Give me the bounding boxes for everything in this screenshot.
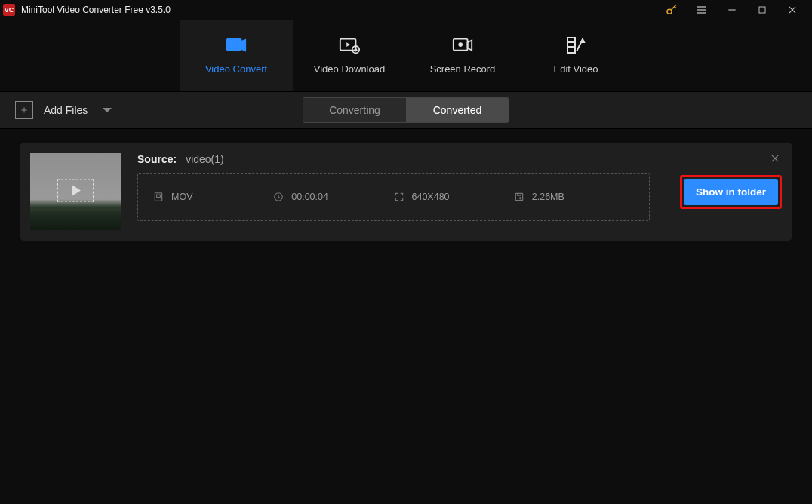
status-segmented-control: Converting Converted (303, 97, 509, 123)
source-label: Source: (137, 153, 177, 165)
tab-label: Edit Video (553, 63, 598, 75)
record-icon (451, 36, 474, 54)
tab-label: Video Download (314, 63, 385, 75)
hamburger-menu-icon[interactable] (687, 0, 717, 20)
svg-point-13 (458, 42, 463, 47)
tab-label: Video Convert (205, 63, 267, 75)
source-name: video(1) (186, 153, 224, 165)
app-logo: VC (3, 4, 15, 16)
content-area: Source: video(1) MOV (0, 129, 812, 254)
disk-icon (514, 192, 524, 202)
add-files-button[interactable]: ＋ Add Files (15, 101, 112, 119)
resolution-icon (394, 192, 404, 202)
video-thumbnail[interactable] (30, 153, 121, 230)
show-in-folder-button[interactable]: Show in folder (684, 179, 778, 205)
maximize-button[interactable] (747, 0, 777, 20)
minimize-button[interactable] (717, 0, 747, 20)
info-resolution-value: 640X480 (412, 192, 450, 202)
converted-item-card: Source: video(1) MOV (20, 143, 792, 241)
svg-rect-5 (759, 7, 765, 13)
segment-converted[interactable]: Converted (406, 98, 509, 122)
tab-video-convert[interactable]: Video Convert (180, 20, 293, 91)
source-line: Source: video(1) (137, 153, 650, 165)
app-title: MiniTool Video Converter Free v3.5.0 (21, 5, 171, 15)
convert-icon (225, 36, 248, 54)
info-size: 2.26MB (514, 192, 634, 202)
play-icon (57, 180, 94, 202)
info-size-value: 2.26MB (532, 192, 564, 202)
svg-rect-14 (567, 38, 575, 53)
tab-edit-video[interactable]: Edit Video (519, 20, 632, 91)
remove-item-button[interactable] (767, 150, 783, 167)
tab-video-download[interactable]: Video Download (293, 20, 406, 91)
plus-icon: ＋ (15, 101, 33, 119)
download-icon (338, 36, 361, 54)
show-in-folder-highlight: Show in folder (680, 175, 782, 209)
svg-marker-10 (346, 42, 350, 47)
svg-point-0 (667, 9, 672, 14)
tab-screen-record[interactable]: Screen Record (406, 20, 519, 91)
upgrade-key-icon[interactable] (657, 0, 687, 20)
clock-icon (273, 192, 284, 202)
svg-point-21 (519, 198, 521, 199)
titlebar: VC MiniTool Video Converter Free v3.5.0 (0, 0, 812, 20)
edit-icon (564, 36, 587, 54)
info-format-value: MOV (171, 192, 192, 202)
file-icon (153, 192, 164, 202)
info-duration: 00:00:04 (273, 192, 393, 202)
info-resolution: 640X480 (394, 192, 514, 202)
svg-rect-18 (157, 195, 161, 198)
tab-label: Screen Record (430, 63, 496, 75)
close-button[interactable] (777, 0, 807, 20)
info-duration-value: 00:00:04 (291, 192, 328, 202)
file-info-box: MOV 00:00:04 640X4 (137, 173, 650, 221)
chevron-down-icon[interactable] (103, 108, 112, 112)
svg-rect-20 (515, 193, 522, 200)
segment-converting[interactable]: Converting (303, 98, 406, 122)
main-tabs: Video Convert Video Download Screen Reco… (0, 20, 812, 91)
add-files-label: Add Files (44, 104, 88, 116)
toolbar: ＋ Add Files Converting Converted (0, 91, 812, 129)
info-format: MOV (153, 192, 273, 202)
